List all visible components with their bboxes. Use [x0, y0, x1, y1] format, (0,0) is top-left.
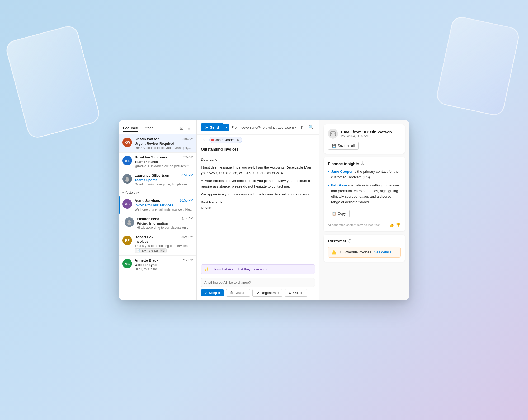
overdue-text: 358 overdue invoices. [339, 250, 372, 254]
email-meta-kw: Kristin Watson 9:55 AM [135, 137, 193, 141]
avatar-rf: RF [122, 236, 132, 245]
info-icon[interactable]: ⓘ [361, 161, 364, 166]
insight-highlight-2[interactable]: Fabrikam [331, 183, 347, 187]
time-lg: 6:52 PM [181, 174, 193, 177]
tab-other[interactable]: Other [144, 125, 153, 132]
search-icon-btn[interactable]: 🔍 [308, 124, 315, 131]
regenerate-icon: ↺ [256, 291, 259, 295]
ai-suggestion-bar[interactable]: ✨ Inform Fabrikam that they have an o... [201, 264, 315, 274]
body-closing: Best Regards,Devon [201, 199, 315, 211]
preview-kw: Dear Accounts Receivable Manager,... [135, 146, 193, 150]
toolbar-icons: 🗑 🔍 [299, 124, 315, 131]
from-field[interactable]: From: devonlane@northwindtraders.com ▾ [232, 125, 296, 129]
customer-info-icon[interactable]: ⓘ [348, 239, 351, 244]
insight-highlight-1[interactable]: Jane Cooper [331, 170, 353, 174]
from-avatar [328, 129, 338, 139]
save-email-button[interactable]: 💾 Save email [328, 142, 359, 150]
ai-action-row: ✓ Keep it 🗑 Discard ↺ Regenerate ⚙ Optio… [201, 289, 315, 297]
chevron-yesterday: ▾ [122, 191, 124, 194]
customer-title-text: Customer [328, 239, 346, 243]
ai-edit-input[interactable] [201, 278, 315, 287]
recipient-remove-icon[interactable]: ✕ [237, 138, 239, 142]
to-label: To [201, 138, 207, 142]
send-label: Send [210, 125, 219, 129]
email-items: KW Kristin Watson 9:55 AM Urgent Review … [119, 134, 196, 300]
alert-icon: ⚠️ [331, 250, 337, 255]
ai-sparkle-icon: ✨ [204, 267, 209, 272]
email-content-rf: Robert Fox 8:25 PM Invoices Thank you fo… [135, 235, 193, 253]
recipient-name: Jane Cooper [215, 138, 235, 142]
avatar-ab: AB [122, 259, 132, 268]
preview-ep: Hi all, according to our discussion yes.… [137, 226, 193, 230]
section-yesterday[interactable]: ▾ Yesterday [119, 189, 196, 196]
thumbs-down-icon[interactable]: 👎 [396, 222, 401, 227]
options-label: Option [293, 291, 303, 295]
save-icon: 💾 [332, 144, 336, 148]
subject-as: Invoice for our services [135, 203, 193, 207]
keep-label: Keep it [209, 291, 220, 295]
expand-arrow-ep[interactable]: › [122, 220, 124, 223]
bg-shape-left [4, 24, 102, 140]
sort-icon[interactable]: ≡ [186, 125, 192, 131]
email-item-lg[interactable]: Laurence Gilbertson 6:52 PM Teams update… [119, 171, 196, 189]
svg-point-1 [125, 179, 129, 182]
insight-item-1: Jane Cooper is the primary contact for t… [328, 169, 401, 180]
email-meta-bs: Brooklyn Simmons 8:25 AM [135, 155, 193, 159]
recipient-chip[interactable]: Jane Cooper ✕ [209, 137, 242, 143]
email-content-lg: Laurence Gilbertson 6:52 PM Teams update… [135, 174, 193, 186]
email-content-as: Acme Services 10:55 PM Invoice for our s… [135, 199, 193, 211]
tab-focused[interactable]: Focused [123, 125, 138, 132]
time-ep: 9:14 PM [181, 217, 193, 221]
email-body[interactable]: Dear Jane, I trust this message finds yo… [197, 153, 319, 262]
email-list-header: Focused Other ☑ ≡ [119, 120, 196, 134]
svg-point-2 [128, 220, 131, 223]
body-greeting: Dear Jane, [201, 157, 315, 162]
bg-shape-right [435, 15, 521, 117]
email-item-ep[interactable]: › Eleanor Pena 9:14 PM Pricing Informati… [119, 214, 196, 232]
svg-rect-4 [330, 132, 336, 136]
body-para3: We appreciate your business and look for… [201, 192, 315, 197]
email-item-ab[interactable]: AB Annette Black 6:12 PM October sync Hi… [119, 256, 196, 274]
copy-button[interactable]: 📋 Copy [328, 210, 350, 217]
email-content-ep: Eleanor Pena 9:14 PM Pricing Information… [137, 217, 193, 230]
time-bs: 8:25 AM [182, 155, 193, 159]
thumbs-up-icon[interactable]: 👍 [389, 222, 394, 227]
attachment-icon-rf: 📄 [136, 249, 140, 252]
header-icons: ☑ ≡ [178, 125, 192, 131]
subject-kw: Urgent Review Required [135, 142, 193, 146]
compose-toolbar: ➤ Send ▾ From: devonlane@northwindtrader… [197, 120, 319, 135]
body-para2: At your earliest convenience, could you … [201, 178, 315, 189]
ai-suggestion-text: Inform Fabrikam that they have an o... [211, 267, 270, 271]
time-ab: 6:12 PM [181, 258, 193, 262]
trash-icon-btn[interactable]: 🗑 [299, 124, 306, 131]
recipient-dot [211, 139, 214, 141]
send-dropdown-button[interactable]: ▾ [223, 124, 229, 131]
email-item-as[interactable]: AS Acme Services 10:55 PM Invoice for ou… [119, 196, 196, 214]
ai-disclaimer: AI-generated content may be incorrect 👍 … [328, 220, 401, 227]
email-item-rf[interactable]: RF Robert Fox 8:25 PM Invoices Thank you… [119, 232, 196, 256]
overdue-alert: ⚠️ 358 overdue invoices. See details [328, 247, 401, 258]
email-meta-lg: Laurence Gilbertson 6:52 PM [135, 174, 193, 178]
regenerate-button[interactable]: ↺ Regenerate [252, 289, 282, 297]
options-button[interactable]: ⚙ Option [285, 289, 307, 297]
keep-button[interactable]: ✓ Keep it [201, 289, 224, 296]
time-kw: 9:55 AM [182, 137, 193, 141]
from-details: Email from: Kristin Watson 2/23/2024, 9:… [341, 130, 401, 138]
from-info: Email from: Kristin Watson 2/23/2024, 9:… [328, 129, 401, 139]
preview-lg: Good morning everyone, I'm pleased... [135, 183, 193, 186]
email-item-kw[interactable]: KW Kristin Watson 9:55 AM Urgent Review … [119, 134, 196, 153]
send-button[interactable]: ➤ Send [201, 123, 223, 131]
email-meta-ab: Annette Black 6:12 PM [135, 258, 193, 262]
filter-icon[interactable]: ☑ [178, 125, 184, 131]
finance-insights-title: Finance insights ⓘ [328, 161, 401, 166]
sender-lg: Laurence Gilbertson [135, 174, 169, 178]
from-label: From: devonlane@northwindtraders.com [232, 125, 294, 129]
discard-button[interactable]: 🗑 Discard [226, 289, 250, 297]
see-details-link[interactable]: See details [374, 250, 391, 254]
subject-row [197, 145, 319, 153]
to-field-row: To Jane Cooper ✕ [197, 135, 319, 145]
discard-label: Discard [235, 291, 246, 295]
subject-input[interactable] [201, 147, 315, 151]
email-item-bs[interactable]: BS Brooklyn Simmons 8:25 AM Team Picture… [119, 153, 196, 171]
subject-rf: Invoices [135, 240, 193, 244]
